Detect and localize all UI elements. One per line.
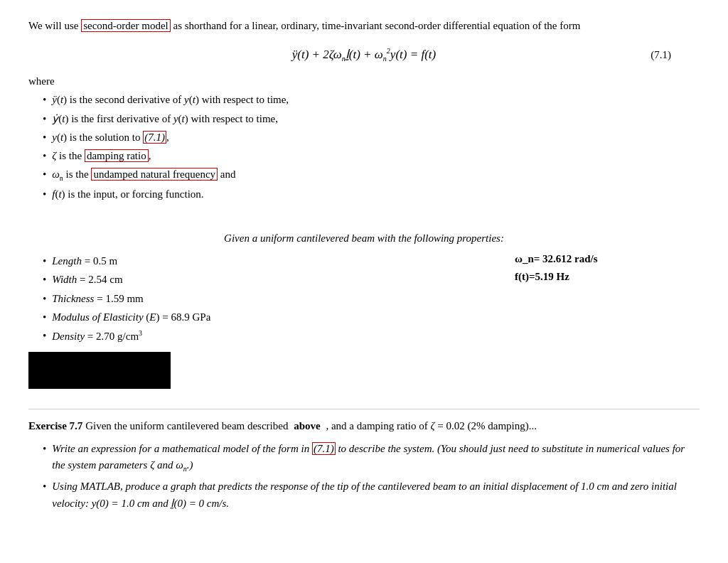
second-order-model-highlight: second-order model (81, 19, 171, 32)
damping-ratio-highlight: damping ratio (85, 149, 149, 162)
properties-left: Length = 0.5 m Width = 2.54 cm Thickness… (28, 253, 500, 389)
exercise-text2: , and a damping ratio of ζ = 0.02 (2% da… (323, 418, 537, 434)
natural-freq-highlight: undamped natural frequency (91, 168, 218, 181)
properties-list: Length = 0.5 m Width = 2.54 cm Thickness… (28, 253, 500, 345)
where-label: where (28, 75, 700, 87)
intro-text-before: We will use (28, 20, 81, 31)
equation-number: (7.1) (651, 49, 671, 61)
ref-7-1-exercise[interactable]: (7.1) (312, 442, 336, 455)
property-length: Length = 0.5 m (43, 253, 500, 269)
exercise-above-ref[interactable]: above (294, 418, 321, 434)
ref-7-1-solution[interactable]: (7.1) (143, 131, 166, 144)
list-item-ydot: ẏ(t) is the first derivative of y(t) wit… (43, 111, 700, 127)
exercise-section: Exercise 7.7 Given the uniform cantileve… (28, 409, 700, 512)
main-equation: ÿ(t) + 2ζωnḻ(t) + ωn2y(t) = f(t) (7.1) (28, 47, 700, 63)
section-spacer (28, 210, 700, 232)
list-item-zeta: ζ is the damping ratio, (43, 148, 700, 164)
list-item-yddot: ÿ(t) is the second derivative of y(t) wi… (43, 92, 700, 108)
property-modulus: Modulus of Elasticity (E) = 68.9 GPa (43, 309, 500, 326)
properties-right: ω_n= 32.612 rad/s f(t)=5.19 Hz (500, 253, 700, 389)
property-thickness: Thickness = 1.59 mm (43, 291, 500, 307)
given-description: Given a uniform cantilevered beam with t… (28, 232, 700, 245)
exercise-intro: Exercise 7.7 Given the uniform cantileve… (28, 418, 700, 434)
list-item-omega: ωn is the undamped natural frequency and (43, 166, 700, 184)
ft-value: f(t)=5.19 Hz (515, 271, 700, 283)
exercise-text1: Given the uniform cantilevered beam desc… (82, 418, 291, 434)
exercise-bullet-1: Write an expression for a mathematical m… (43, 441, 700, 475)
properties-section: Length = 0.5 m Width = 2.54 cm Thickness… (28, 253, 700, 389)
exercise-label: Exercise 7.7 (28, 418, 82, 434)
intro-text-after: as shorthand for a linear, ordinary, tim… (171, 20, 581, 31)
list-item-y: y(t) is the solution to (7.1), (43, 129, 700, 146)
intro-paragraph: We will use second-order model as shorth… (28, 17, 700, 34)
omega-n-value: ω_n= 32.612 rad/s (515, 253, 700, 265)
image-placeholder (28, 352, 171, 389)
property-width: Width = 2.54 cm (43, 272, 500, 288)
equation-formula: ÿ(t) + 2ζωnḻ(t) + ωn2y(t) = f(t) (292, 47, 436, 63)
list-item-ft: f(t) is the input, or forcing function. (43, 186, 700, 203)
exercise-bullet-2: Using MATLAB, produce a graph that predi… (43, 478, 700, 512)
property-density: Density = 2.70 g/cm3 (43, 328, 500, 345)
exercise-bullet-list: Write an expression for a mathematical m… (28, 441, 700, 512)
definition-list: ÿ(t) is the second derivative of y(t) wi… (28, 92, 700, 203)
